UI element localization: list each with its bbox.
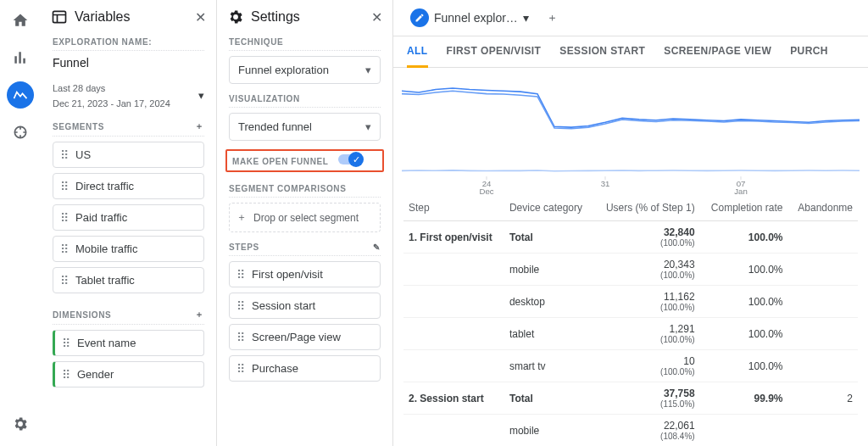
step-tabs: ALL FIRST OPEN/VISIT SESSION START SCREE… <box>393 36 868 68</box>
drag-icon: ⠿ <box>62 369 70 381</box>
gear-icon <box>227 8 244 25</box>
drag-icon: ⠿ <box>236 332 245 343</box>
edit-steps-button[interactable]: ✎ <box>373 243 381 252</box>
date-range-picker[interactable]: Last 28 days Dec 21, 2023 - Jan 17, 2024… <box>41 75 216 115</box>
document-tabs: Funnel explor… ▾ ＋ <box>393 0 868 36</box>
drag-icon: ⠿ <box>236 363 245 375</box>
step-chip[interactable]: ⠿Screen/Page view <box>229 324 381 350</box>
svg-text:Jan: Jan <box>734 187 748 195</box>
segment-chip[interactable]: ⠿Paid traffic <box>53 204 204 231</box>
col-header[interactable]: Completion rate <box>700 195 788 221</box>
col-header[interactable]: Users (% of Step 1) <box>593 195 699 221</box>
table-row: tablet1,291(100.0%)100.0% <box>403 318 858 350</box>
col-header[interactable]: Abandonme <box>788 195 858 221</box>
svg-rect-1 <box>53 11 66 22</box>
drag-icon: ⠿ <box>62 337 70 349</box>
variables-panel: Variables ✕ EXPLORATION NAME: Last 28 da… <box>41 0 217 446</box>
tab-all[interactable]: ALL <box>407 45 428 68</box>
tab-first-open[interactable]: FIRST OPEN/VISIT <box>447 45 542 67</box>
chevron-down-icon: ▾ <box>198 89 204 102</box>
segment-comparisons-label: SEGMENT COMPARISONS <box>229 184 381 198</box>
add-tab-button[interactable]: ＋ <box>541 6 565 30</box>
tab-purchase[interactable]: PURCH <box>790 45 828 67</box>
close-icon[interactable]: ✕ <box>195 9 206 25</box>
drag-icon: ⠿ <box>236 300 245 312</box>
chevron-down-icon: ▾ <box>365 64 371 76</box>
add-segment-button[interactable]: ＋ <box>195 120 204 132</box>
trended-funnel-chart: 24Dec3107Jan <box>393 68 868 195</box>
exploration-name-label: EXPLORATION NAME: <box>53 37 204 51</box>
drag-icon: ⠿ <box>236 269 245 281</box>
segment-chip[interactable]: ⠿Tablet traffic <box>53 267 204 293</box>
close-icon[interactable]: ✕ <box>371 9 382 25</box>
tab-session-start[interactable]: SESSION START <box>559 45 645 67</box>
svg-text:31: 31 <box>601 179 610 188</box>
chevron-down-icon: ▾ <box>365 120 371 133</box>
visualization-label: VISUALIZATION <box>229 94 381 108</box>
document-tab[interactable]: Funnel explor… ▾ <box>402 5 537 31</box>
table-row: mobile22,061(108.4%) <box>403 415 858 447</box>
funnel-table: StepDevice categoryUsers (% of Step 1)Co… <box>393 195 868 446</box>
tab-screen-page-view[interactable]: SCREEN/PAGE VIEW <box>664 45 771 67</box>
segment-dropzone[interactable]: ＋Drop or select segment <box>229 203 381 232</box>
home-icon[interactable] <box>7 7 34 34</box>
drag-icon: ⠿ <box>60 243 69 255</box>
visualization-select[interactable]: Trended funnel▾ <box>229 113 381 141</box>
dimension-chip[interactable]: ⠿Event name <box>53 330 204 356</box>
admin-gear-icon[interactable] <box>7 410 34 438</box>
drag-icon: ⠿ <box>60 275 69 287</box>
highlight-box: MAKE OPEN FUNNEL ✓ <box>225 149 384 172</box>
pencil-icon <box>410 8 429 27</box>
variables-title: Variables <box>75 9 131 25</box>
open-funnel-toggle[interactable]: ✓ <box>338 154 360 164</box>
date-preset: Last 28 days <box>53 80 170 95</box>
step-chip[interactable]: ⠿Purchase <box>229 355 381 382</box>
table-row: mobile20,343(100.0%)100.0% <box>403 254 858 286</box>
steps-label: STEPS <box>229 243 259 252</box>
drag-icon: ⠿ <box>60 149 69 161</box>
add-dimension-button[interactable]: ＋ <box>195 309 204 321</box>
reports-icon[interactable] <box>7 44 34 71</box>
segment-chip[interactable]: ⠿US <box>53 142 204 168</box>
segments-label: SEGMENTS <box>53 122 104 131</box>
left-nav-rail <box>0 0 41 446</box>
canvas: Funnel explor… ▾ ＋ ALL FIRST OPEN/VISIT … <box>393 0 868 446</box>
col-header[interactable]: Device category <box>504 195 593 221</box>
plus-icon: ＋ <box>236 210 247 225</box>
explore-icon[interactable] <box>7 81 34 109</box>
step-chip[interactable]: ⠿First open/visit <box>229 261 381 287</box>
tab-name: Funnel explor… <box>434 11 518 25</box>
table-row: desktop11,162(100.0%)100.0% <box>403 286 858 318</box>
date-range: Dec 21, 2023 - Jan 17, 2024 <box>53 95 170 110</box>
variables-icon <box>51 8 68 25</box>
table-row: smart tv10(100.0%)100.0% <box>403 350 858 382</box>
segment-chip[interactable]: ⠿Mobile traffic <box>53 236 204 262</box>
svg-text:Dec: Dec <box>479 187 493 195</box>
settings-title: Settings <box>251 9 300 25</box>
exploration-name-input[interactable] <box>53 56 204 70</box>
step-chip[interactable]: ⠿Session start <box>229 293 381 319</box>
technique-label: TECHNIQUE <box>229 37 381 51</box>
dimension-chip[interactable]: ⠿Gender <box>53 361 204 387</box>
open-funnel-label: MAKE OPEN FUNNEL <box>232 157 329 166</box>
table-row: 2. Session startTotal37,758(115.0%)99.9%… <box>403 382 858 415</box>
dimensions-label: DIMENSIONS <box>53 310 111 320</box>
technique-select[interactable]: Funnel exploration▾ <box>229 56 381 84</box>
advertising-icon[interactable] <box>7 119 34 146</box>
chevron-down-icon: ▾ <box>523 11 529 25</box>
table-row: 1. First open/visitTotal32,840(100.0%)10… <box>403 221 858 254</box>
drag-icon: ⠿ <box>60 212 69 224</box>
drag-icon: ⠿ <box>60 181 69 192</box>
col-header[interactable]: Step <box>403 195 504 221</box>
settings-panel: Settings ✕ TECHNIQUE Funnel exploration▾… <box>217 0 393 446</box>
segment-chip[interactable]: ⠿Direct traffic <box>53 173 204 199</box>
